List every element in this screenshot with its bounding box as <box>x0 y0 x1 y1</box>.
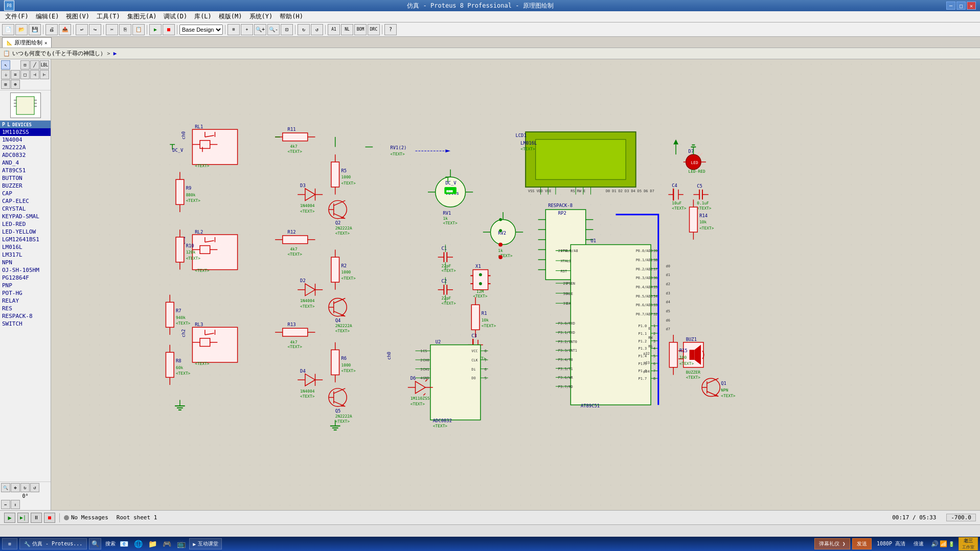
comp-CRYSTAL[interactable]: CRYSTAL <box>0 205 51 213</box>
comp-POT-HG[interactable]: POT-HG <box>0 289 51 297</box>
bus-tool[interactable]: ≡ <box>11 70 20 79</box>
save-button[interactable]: 💾 <box>29 24 41 35</box>
label-tool[interactable]: LBL <box>40 60 49 70</box>
search-text[interactable]: 搜索 <box>105 540 116 547</box>
cut-button[interactable]: ✂ <box>106 24 118 35</box>
print-button[interactable]: 🖨 <box>45 24 58 35</box>
menu-template[interactable]: 模版(M) <box>216 11 245 22</box>
comp-KEYPAD[interactable]: KEYPAD-SMAL <box>0 213 51 220</box>
pan-tool[interactable]: ✥ <box>11 483 20 492</box>
comp-LM016L[interactable]: LM016L <box>0 243 51 251</box>
breadcrumb-more[interactable]: ▶ <box>113 50 117 57</box>
snap-button[interactable]: + <box>241 24 253 35</box>
comp-LED-RED[interactable]: LED-RED <box>0 220 51 228</box>
tray-volume[interactable]: 🔊 <box>931 540 939 547</box>
schematic-canvas[interactable]: RL1 <TEXT> ch0 R11 4k7 <TEXT> R5 1000 <box>51 59 980 510</box>
taskbar-app5[interactable]: 📺 <box>175 538 187 549</box>
menu-edit[interactable]: 编辑(E) <box>33 11 62 22</box>
probe-tool[interactable]: ⊛ <box>11 80 20 89</box>
help-button[interactable]: ? <box>384 24 397 35</box>
netlist-button[interactable]: NL <box>341 24 353 35</box>
taskbar-search[interactable]: 🔍 <box>89 538 101 549</box>
rotate-cw[interactable]: ↻ <box>20 483 30 492</box>
comp-BUZZER[interactable]: BUZZER <box>0 182 51 190</box>
quality-display[interactable]: 1080P 高清 <box>874 538 908 549</box>
new-button[interactable]: 📄 <box>2 24 14 35</box>
copy-button[interactable]: ⎘ <box>119 24 131 35</box>
tray-network[interactable]: 📶 <box>940 540 947 547</box>
bom-button[interactable]: BOM <box>354 24 367 35</box>
taskbar-proteus[interactable]: 🔧 仿真 - Proteus... <box>19 538 87 549</box>
menu-system[interactable]: 系统(Y) <box>246 11 276 22</box>
grid-button[interactable]: ⊞ <box>227 24 240 35</box>
comp-PG12864F[interactable]: PG12864F <box>0 274 51 282</box>
close-button[interactable]: ✕ <box>967 2 976 10</box>
flip-h[interactable]: ↔ <box>1 500 10 509</box>
zoom-area[interactable]: 🔍 <box>1 483 10 492</box>
send-button[interactable]: 发送 <box>852 538 872 549</box>
comp-RES[interactable]: RES <box>0 305 51 312</box>
tray-battery[interactable]: 🔋 <box>948 541 954 547</box>
comp-PNP[interactable]: PNP <box>0 282 51 289</box>
comp-RELAY[interactable]: RELAY <box>0 297 51 305</box>
video-play[interactable]: ▶ <box>193 541 196 547</box>
step-button[interactable]: ▶| <box>17 513 29 523</box>
tab-close[interactable]: ✕ <box>44 40 47 45</box>
taskbar-app2[interactable]: 🌐 <box>132 538 144 549</box>
menu-help[interactable]: 帮助(H) <box>277 11 306 22</box>
window-controls[interactable]: ─ □ ✕ <box>946 2 976 10</box>
comp-RESPACK8[interactable]: RESPACK-8 <box>0 312 51 320</box>
zoom-fit-button[interactable]: ⊡ <box>281 24 293 35</box>
stop-button[interactable]: ■ <box>163 24 175 35</box>
zoom-in-button[interactable]: 🔍+ <box>254 24 266 35</box>
paste-button[interactable]: 📋 <box>132 24 145 35</box>
menu-tools[interactable]: 工具(T) <box>94 11 123 22</box>
redo-button[interactable]: ↪ <box>89 24 101 35</box>
comp-LM317L[interactable]: LM317L <box>0 251 51 259</box>
hier-tool[interactable]: ⊞ <box>1 80 10 89</box>
comp-OJSH[interactable]: OJ-SH-105HM <box>0 266 51 274</box>
comp-AND4[interactable]: AND_4 <box>0 159 51 167</box>
speed-display[interactable]: 倍速 <box>910 538 927 549</box>
design-selector[interactable]: Base Design <box>179 25 223 35</box>
menu-graph[interactable]: 集图元(A) <box>124 11 160 22</box>
flip-v[interactable]: ↕ <box>11 500 20 509</box>
taskbar-app4[interactable]: 🎮 <box>161 538 173 549</box>
design-mode-select[interactable]: Base Design <box>179 25 223 35</box>
canvas-area[interactable]: RL1 <TEXT> ch0 R11 4k7 <TEXT> R5 1000 <box>51 59 980 510</box>
refresh-button[interactable]: ↻ <box>298 24 310 35</box>
open-button[interactable]: 📂 <box>15 24 28 35</box>
terminal-tool[interactable]: ⊣ <box>30 70 39 79</box>
annotate-button[interactable]: A1 <box>328 24 340 35</box>
port-tool[interactable]: ⊢ <box>40 70 49 79</box>
comp-1M110ZS5[interactable]: 1M110ZS5 <box>0 128 51 136</box>
sub-tool[interactable]: □ <box>20 70 30 79</box>
play-button[interactable]: ▶ <box>4 513 15 523</box>
start-button[interactable]: ⊞ <box>2 538 17 549</box>
comp-CAP[interactable]: CAP <box>0 190 51 197</box>
comp-NPN[interactable]: NPN <box>0 259 51 266</box>
comp-ADC0832[interactable]: ADC0832 <box>0 151 51 159</box>
comp-SWITCH[interactable]: SWITCH <box>0 320 51 328</box>
run-button[interactable]: ▶ <box>149 24 162 35</box>
taskbar-app1[interactable]: 📧 <box>118 538 130 549</box>
comp-LED-YELLOW[interactable]: LED-YELLOW <box>0 228 51 236</box>
maximize-button[interactable]: □ <box>956 2 966 10</box>
menu-library[interactable]: 库(L) <box>191 11 215 22</box>
taskbar-app3[interactable]: 📁 <box>146 538 158 549</box>
menu-debug[interactable]: 调试(D) <box>161 11 190 22</box>
drc-button[interactable]: DRC <box>368 24 380 35</box>
menu-file[interactable]: 文件(F) <box>2 11 32 22</box>
export-button[interactable]: 📤 <box>59 24 71 35</box>
menu-view[interactable]: 视图(V) <box>63 11 93 22</box>
undo-button[interactable]: ↩ <box>76 24 88 35</box>
pause-button[interactable]: ⏸ <box>31 513 42 523</box>
redraw-button[interactable]: ↺ <box>311 24 323 35</box>
rotate-ccw[interactable]: ↺ <box>30 483 39 492</box>
comp-1N4004[interactable]: 1N4004 <box>0 136 51 144</box>
comp-LGM[interactable]: LGM12641BS1 <box>0 236 51 243</box>
schematic-tab[interactable]: 📐 原理图绘制 ✕ <box>2 37 52 48</box>
minimize-button[interactable]: ─ <box>946 2 955 10</box>
comp-CAP-ELEC[interactable]: CAP-ELEC <box>0 197 51 205</box>
stop-button-sim[interactable]: ■ <box>44 513 55 523</box>
